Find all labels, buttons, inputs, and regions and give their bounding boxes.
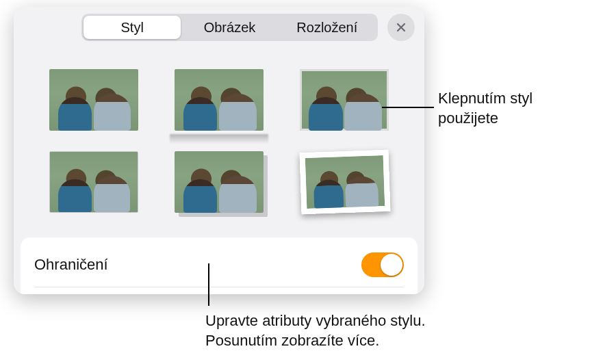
toggle-knob-icon: [381, 254, 402, 276]
close-icon: [396, 22, 407, 33]
tab-image[interactable]: Obrázek: [181, 16, 278, 39]
tab-layout[interactable]: Rozložení: [279, 16, 376, 39]
style-reflection[interactable]: [170, 66, 268, 134]
photo-icon: [299, 150, 390, 214]
callout-apply-style: Klepnutím styl použijete: [438, 89, 582, 128]
style-gray-border[interactable]: [44, 148, 142, 216]
tab-style[interactable]: Styl: [84, 16, 181, 39]
style-polaroid[interactable]: [294, 146, 395, 218]
photo-icon: [175, 69, 264, 131]
panel-header: Styl Obrázek Rozložení: [14, 7, 424, 45]
callout-leader-line: [208, 263, 209, 306]
callout-leader-line: [382, 107, 434, 108]
format-panel: Styl Obrázek Rozložení: [14, 7, 424, 294]
photo-icon: [175, 151, 264, 213]
border-label: Ohraničení: [34, 256, 108, 274]
style-attributes: Ohraničení: [21, 237, 418, 294]
style-presets: [14, 45, 424, 223]
format-tabs: Styl Obrázek Rozložení: [81, 14, 378, 41]
style-grid: [44, 66, 394, 216]
style-thin-border[interactable]: [296, 66, 394, 134]
close-button[interactable]: [387, 14, 415, 41]
photo-icon: [49, 151, 138, 213]
border-row: Ohraničení: [34, 252, 404, 287]
callout-edit-attributes: Upravte atributy vybraného stylu. Posunu…: [205, 311, 493, 350]
border-toggle[interactable]: [361, 252, 404, 277]
style-drop-shadow[interactable]: [170, 148, 268, 216]
photo-icon: [49, 69, 138, 131]
photo-icon: [300, 69, 389, 131]
style-plain[interactable]: [44, 66, 142, 134]
